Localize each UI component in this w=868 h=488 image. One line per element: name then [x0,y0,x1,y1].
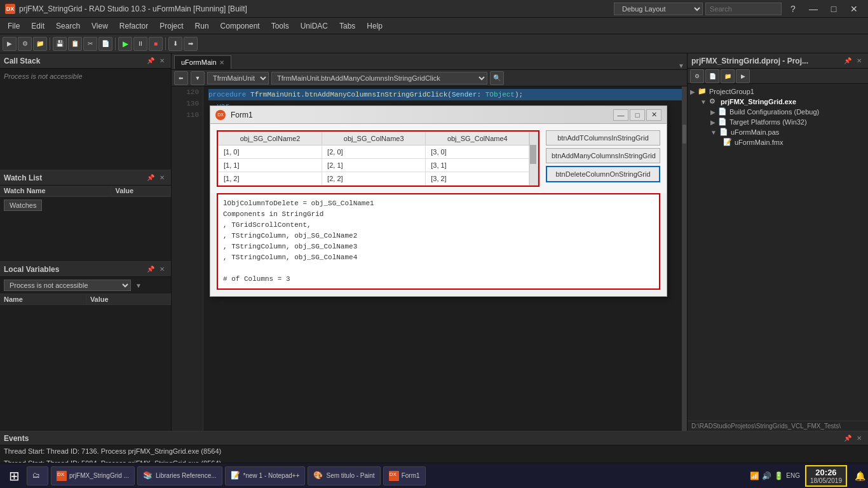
menu-refactor[interactable]: Refactor [114,20,153,32]
menu-run[interactable]: Run [190,20,214,32]
events-panel-controls: 📌 ✕ [843,433,864,444]
tab-uformmain[interactable]: uFormMain ✕ [174,55,231,69]
toolbar-stepover-btn[interactable]: ➡ [184,37,198,51]
project-panel-pin[interactable]: 📌 [843,56,853,66]
events-panel-pin[interactable]: 📌 [843,433,853,444]
toolbar-step-btn[interactable]: ⬇ [168,37,182,51]
call-stack-pin[interactable]: 📌 [146,56,156,66]
menu-view[interactable]: View [86,20,113,32]
form1-maximize-btn[interactable]: □ [630,109,645,121]
taskbar-file-explorer[interactable]: 🗂 [27,466,48,485]
form1-minimize-btn[interactable]: — [613,109,628,121]
watch-list-close[interactable]: ✕ [157,173,167,183]
tree-item-exe[interactable]: ▼ ⚙ prjFMX_StringGrid.exe [690,97,865,107]
tree-label-target: Target Platforms (Win32) [729,118,807,126]
tree-item-pas[interactable]: ▼ 📄 uFormMain.pas [690,127,865,137]
toolbar-run-btn[interactable]: ▶ [118,37,132,51]
menu-tabs[interactable]: Tabs [334,20,360,32]
menu-project[interactable]: Project [154,20,188,32]
tab-close-icon[interactable]: ✕ [219,59,224,66]
taskbar-form1[interactable]: DX Form1 [383,466,426,485]
local-vars-dropdown[interactable]: Process is not accessible [4,280,131,291]
menu-file[interactable]: File [3,20,25,32]
editor-nav-fwd[interactable]: ▼ [191,71,205,85]
editor-search-btn[interactable]: 🔍 [490,71,504,85]
local-vars-close[interactable]: ✕ [157,264,167,274]
proj-tb-3[interactable]: 📁 [721,69,735,83]
notification-bell-icon[interactable]: 🔔 [855,471,865,481]
btn-add-t-columns[interactable]: btnAddTColumnsInStringGrid [546,130,660,146]
code-vertical-scrollbar[interactable] [682,86,687,431]
tab-list-chevron[interactable]: ▼ [678,62,684,69]
tree-arrow-pas: ▼ [710,129,717,136]
btn-delete-column[interactable]: btnDeleteColumnOnStringGrid [546,166,660,182]
debug-search-input[interactable] [705,3,782,15]
maximize-button[interactable]: □ [825,3,843,15]
toolbar-btn-6[interactable]: ✂ [83,37,97,51]
proj-tb-4[interactable]: ▶ [736,69,750,83]
toolbar-btn-1[interactable]: ▶ [3,37,17,51]
toolbar-btn-7[interactable]: 📄 [98,37,112,51]
local-col-value: Value [86,294,170,305]
menu-component[interactable]: Component [215,20,265,32]
toolbar-pause-btn[interactable]: ⏸ [133,37,147,51]
toolbar-btn-4[interactable]: 💾 [53,37,67,51]
debug-line-2: , TGridScrollContent, [223,220,654,231]
close-button[interactable]: ✕ [845,3,863,15]
right-panel: prjFMX_StringGrid.dproj - Proj... 📌 ✕ ⚙ … [687,53,868,431]
minimize-button[interactable]: — [804,3,822,15]
app-icon: DX [5,4,15,14]
taskbar-rad-studio[interactable]: DX prjFMX_StringGrid ... [51,466,135,485]
menu-tools[interactable]: Tools [266,20,294,32]
local-vars-table: Name Value [0,294,171,305]
watch-list-pin[interactable]: 📌 [146,173,156,183]
debug-line-4: , TStringColumn, obj_SG_ColName3 [223,241,654,252]
tree-item-projectgroup[interactable]: ▶ 📁 ProjectGroup1 [690,86,865,97]
tree-item-target[interactable]: ▶ 📄 Target Platforms (Win32) [690,117,865,127]
method-breadcrumb-select[interactable]: TfrmMainUnit.btnAddManyColumnsInStringGr… [271,72,487,85]
taskbar-notepadpp[interactable]: 📝 *new 1 - Notepad++ [225,466,306,485]
watches-button[interactable]: Watches [4,200,42,211]
string-grid-scrollbar[interactable] [529,132,538,186]
menu-help[interactable]: Help [362,20,388,32]
toolbar-btn-2[interactable]: ⚙ [18,37,32,51]
title-bar: DX prjFMX_StringGrid - RAD Studio 10.3 -… [0,0,868,18]
sg-row-1: [1, 1] [2, 1] [3, 1] [219,159,529,172]
form1-close-btn[interactable]: ✕ [646,109,661,121]
debug-layout-dropdown[interactable]: Debug Layout [614,3,703,15]
proj-tb-1[interactable]: ⚙ [690,69,704,83]
btn-add-many-columns[interactable]: btnAddManyColumnsInStringGrid [546,148,660,163]
unit-breadcrumb-select[interactable]: TfrmMainUnit [207,72,269,85]
toolbar-btn-5[interactable]: 📋 [68,37,82,51]
debug-line-7: # of Columns = 3 [223,274,654,285]
clock-time: 20:26 [810,468,842,477]
tree-item-build[interactable]: ▶ 📄 Build Configurations (Debug) [690,107,865,117]
sg-header-col3: obj_SG_ColName3 [322,132,426,146]
toolbar-separator-2 [115,37,116,50]
events-panel-close[interactable]: ✕ [854,433,864,444]
start-button[interactable]: ⊞ [3,464,25,487]
taskbar-libraries-ref[interactable]: 📚 Libraries Reference... [137,466,222,485]
toolbar-stop-btn[interactable]: ■ [149,37,163,51]
project-tree: ▶ 📁 ProjectGroup1 ▼ ⚙ prjFMX_StringGrid.… [688,84,868,421]
help-button[interactable]: ? [784,3,802,15]
taskbar-paint[interactable]: 🎨 Sem titulo - Paint [308,466,380,485]
code-text-area[interactable]: procedure TfrmMainUnit.btnAddManyColumns… [203,86,687,431]
tree-icon-exe: ⚙ [709,97,718,106]
call-stack-close[interactable]: ✕ [157,56,167,66]
tree-item-fmx[interactable]: 📝 uFormMain.fmx [690,137,865,147]
local-vars-expand[interactable]: ▼ [133,280,144,290]
proj-tb-2[interactable]: 📄 [705,69,719,83]
call-stack-controls: 📌 ✕ [146,56,167,66]
menu-unidac[interactable]: UniDAC [295,20,333,32]
tree-arrow-build: ▶ [710,109,715,116]
toolbar-btn-3[interactable]: 📁 [33,37,47,51]
system-clock[interactable]: 20:26 18/05/2019 [805,465,847,487]
menu-edit[interactable]: Edit [26,20,50,32]
sg-header-col4: obj_SG_ColName4 [426,132,529,146]
editor-nav-back[interactable]: ⬅ [174,71,188,85]
form1-titlebar: DX Form1 — □ ✕ [210,106,667,124]
menu-search[interactable]: Search [51,20,85,32]
project-panel-close[interactable]: ✕ [854,56,864,66]
local-vars-pin[interactable]: 📌 [146,264,156,274]
